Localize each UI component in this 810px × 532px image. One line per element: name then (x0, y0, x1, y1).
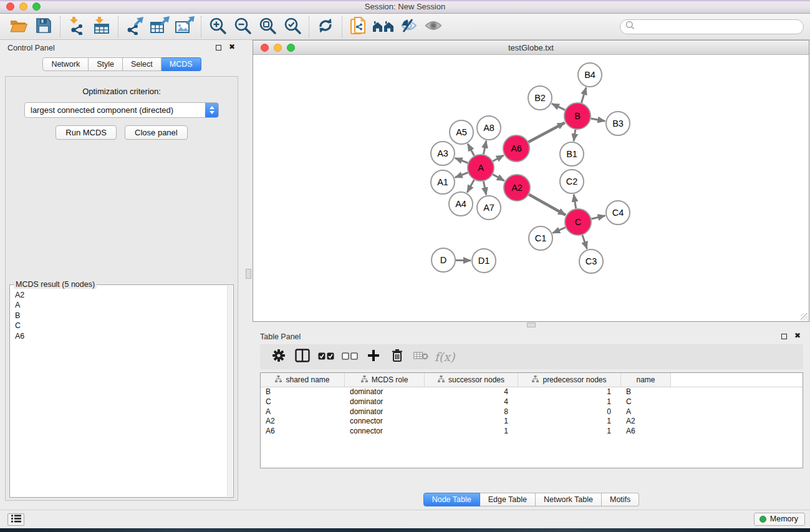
deselect-all-columns-button[interactable] (342, 348, 357, 365)
close-panel-button[interactable]: Close panel (125, 125, 188, 140)
close-table-panel-icon[interactable]: ✖ (794, 331, 801, 340)
table-row[interactable]: Adominator80A (261, 407, 803, 417)
table-tab-motifs[interactable]: Motifs (602, 493, 639, 506)
close-panel-icon[interactable]: ✖ (229, 42, 235, 51)
node-A6[interactable]: A6 (503, 135, 529, 162)
function-builder-button[interactable]: f(x) (437, 348, 452, 365)
refresh-view-button[interactable] (313, 16, 338, 38)
table-cell: A6 (261, 427, 345, 437)
memory-button[interactable]: Memory (754, 513, 805, 526)
table-cell: 4 (425, 387, 518, 397)
svg-text:A2: A2 (511, 183, 523, 193)
table-row[interactable]: A2connector11A2 (261, 417, 803, 427)
result-item[interactable]: A2 (15, 290, 226, 300)
result-item[interactable]: A (15, 300, 226, 310)
zoom-fit-button[interactable] (255, 16, 280, 38)
svg-text:B1: B1 (566, 149, 577, 159)
delete-table-button[interactable] (413, 348, 428, 365)
open-session-button[interactable] (6, 16, 31, 38)
first-neighbors-button[interactable] (371, 16, 396, 38)
node-B[interactable]: B (564, 103, 591, 129)
save-session-button[interactable] (31, 16, 56, 38)
export-table-button[interactable] (147, 16, 172, 38)
table-cell: 1 (518, 397, 621, 407)
node-D[interactable]: D (432, 248, 455, 272)
import-network-button[interactable] (64, 16, 89, 38)
float-table-panel-icon[interactable] (781, 334, 787, 339)
mcds-result-list[interactable]: A2ABCA6 (15, 290, 226, 496)
node-A1[interactable]: A1 (431, 170, 455, 194)
hide-selected-button[interactable] (396, 16, 421, 38)
tab-style[interactable]: Style (89, 57, 123, 71)
node-B1[interactable]: B1 (560, 142, 584, 166)
node-B2[interactable]: B2 (528, 86, 552, 110)
node-C4[interactable]: C4 (606, 201, 630, 225)
table-cell: 0 (518, 407, 621, 417)
zoom-in-button[interactable] (205, 16, 230, 38)
node-C3[interactable]: C3 (579, 249, 603, 273)
tab-network[interactable]: Network (42, 57, 89, 71)
window-resize-grip[interactable] (801, 313, 808, 321)
node-C2[interactable]: C2 (560, 170, 584, 193)
node-A4[interactable]: A4 (449, 192, 473, 216)
edge-A-A2 (493, 175, 504, 181)
column-label: MCDS role (372, 375, 408, 384)
select-all-columns-button[interactable] (319, 348, 334, 365)
column-header-predecessor-nodes[interactable]: predecessor nodes (518, 373, 621, 387)
result-list-scrollbar[interactable] (227, 286, 233, 496)
table-row[interactable]: Cdominator41C (261, 397, 803, 407)
table-tab-edge-table[interactable]: Edge Table (480, 493, 536, 506)
column-header-successor-nodes[interactable]: successor nodes (425, 373, 518, 387)
node-A7[interactable]: A7 (477, 196, 501, 220)
node-A2[interactable]: A2 (504, 175, 530, 201)
import-table-button[interactable] (89, 16, 114, 38)
horizontal-splitter-grip[interactable] (527, 322, 536, 327)
svg-text:A: A (478, 163, 484, 173)
zoom-out-button[interactable] (230, 16, 255, 38)
table-row[interactable]: Bdominator41B (261, 387, 803, 397)
node-A3[interactable]: A3 (431, 142, 455, 165)
vertical-splitter-grip[interactable] (246, 269, 251, 279)
show-columns-button[interactable] (295, 348, 310, 365)
node-A5[interactable]: A5 (450, 120, 473, 144)
search-input[interactable] (635, 21, 803, 33)
plus-icon (367, 349, 380, 364)
column-header-name[interactable]: name (621, 373, 671, 387)
float-panel-icon[interactable] (216, 45, 221, 51)
optimization-criterion-dropdown[interactable]: largest connected component (directed) (24, 102, 219, 118)
table-tab-network-table[interactable]: Network Table (536, 493, 602, 506)
svg-text:D: D (440, 255, 446, 265)
edge-A6-B (528, 123, 564, 142)
result-item[interactable]: C (15, 321, 226, 331)
tab-mcds[interactable]: MCDS (162, 57, 201, 71)
network-graph[interactable]: B4B2BB3A5A8A6B1A3AC2A1A2A4A7CC4C1C3DD1 (253, 55, 809, 321)
table-row[interactable]: A6connector11A6 (261, 427, 803, 437)
column-header-shared-name[interactable]: shared name (261, 373, 345, 387)
node-B4[interactable]: B4 (578, 63, 602, 87)
node-D1[interactable]: D1 (472, 249, 496, 273)
show-all-button[interactable] (421, 16, 446, 38)
tab-select[interactable]: Select (123, 57, 162, 71)
node-C[interactable]: C (565, 209, 591, 235)
svg-text:A3: A3 (437, 148, 448, 158)
node-A8[interactable]: A8 (477, 116, 501, 140)
table-cell: connector (345, 417, 425, 427)
node-B3[interactable]: B3 (606, 112, 630, 135)
zoom-selected-button[interactable] (280, 16, 305, 38)
result-item[interactable]: B (15, 311, 226, 321)
node-C1[interactable]: C1 (529, 226, 552, 250)
table-tab-node-table[interactable]: Node Table (423, 493, 480, 506)
add-column-button[interactable] (366, 348, 381, 365)
table-settings-button[interactable] (271, 348, 286, 365)
delete-column-button[interactable] (390, 348, 405, 365)
clone-network-button[interactable] (346, 16, 371, 38)
export-image-button[interactable] (172, 16, 197, 38)
export-network-button[interactable] (122, 16, 147, 38)
task-history-button[interactable] (7, 513, 24, 526)
run-mcds-button[interactable]: Run MCDS (55, 125, 117, 140)
network-canvas[interactable]: B4B2BB3A5A8A6B1A3AC2A1A2A4A7CC4C1C3DD1 (253, 55, 809, 321)
result-item[interactable]: A6 (15, 331, 226, 341)
column-header-MCDS-role[interactable]: MCDS role (345, 373, 425, 387)
hierarchy-icon (438, 375, 445, 384)
node-A[interactable]: A (468, 155, 494, 181)
